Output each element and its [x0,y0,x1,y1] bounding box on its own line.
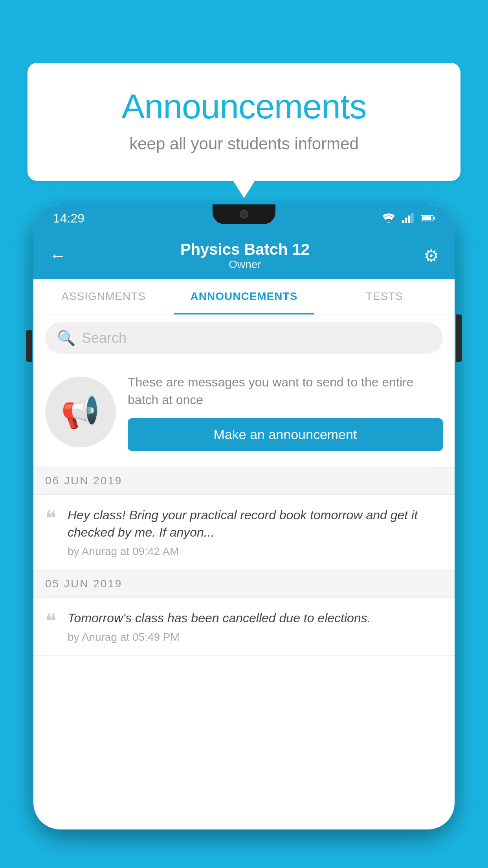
settings-icon[interactable]: ⚙ [424,246,439,266]
speech-bubble-section: Announcements keep all your students inf… [28,63,460,181]
date-separator-2: 05 JUN 2019 [33,570,455,598]
battery-icon [421,213,435,223]
tabs-bar: ASSIGNMENTS ANNOUNCEMENTS TESTS [33,279,455,314]
date-label-1: 06 JUN 2019 [45,474,122,487]
make-announcement-button[interactable]: Make an announcement [128,418,443,451]
speech-bubble-card: Announcements keep all your students inf… [28,63,460,181]
search-icon: 🔍 [57,329,75,347]
status-time: 14:29 [53,211,84,226]
search-bar[interactable]: 🔍 Search [45,322,443,354]
megaphone-icon: 📢 [61,394,100,430]
svg-rect-6 [422,216,431,220]
announcement-item-1[interactable]: ❝ Hey class! Bring your practical record… [33,495,455,570]
svg-rect-1 [405,218,407,223]
promo-icon-circle: 📢 [45,377,116,447]
signal-icon [401,213,415,223]
user-role: Owner [180,258,310,271]
date-label-2: 05 JUN 2019 [45,577,122,590]
tab-assignments[interactable]: ASSIGNMENTS [33,280,174,314]
tab-tests[interactable]: TESTS [314,280,455,314]
announcement-meta-2: by Anurag at 05:49 PM [68,631,443,644]
svg-rect-0 [402,220,404,223]
promo-right: These are messages you want to send to t… [128,373,443,451]
svg-rect-2 [408,215,410,223]
phone-mockup: 14:29 [33,204,455,868]
svg-rect-3 [411,213,413,223]
promo-description: These are messages you want to send to t… [128,373,443,409]
phone-outer: 14:29 [33,204,455,829]
header-center: Physics Batch 12 Owner [180,241,310,271]
announcement-text-2: Tomorrow's class has been cancelled due … [68,609,443,627]
status-icons [382,213,435,223]
announcement-text-1: Hey class! Bring your practical record b… [68,506,443,542]
phone-screen: 14:29 [33,204,455,829]
app-header: ← Physics Batch 12 Owner ⚙ [33,232,455,279]
wifi-icon [382,213,396,223]
bubble-title: Announcements [59,86,429,127]
announcement-content-1: Hey class! Bring your practical record b… [68,506,443,558]
promo-section: 📢 These are messages you want to send to… [33,362,455,467]
phone-notch [213,204,275,224]
back-button[interactable]: ← [49,246,66,265]
batch-name: Physics Batch 12 [180,241,310,258]
tab-announcements[interactable]: ANNOUNCEMENTS [174,280,314,314]
search-placeholder: Search [82,330,127,346]
quote-icon-2: ❝ [45,611,57,632]
bubble-subtitle: keep all your students informed [59,134,429,153]
announcement-content-2: Tomorrow's class has been cancelled due … [68,609,443,644]
date-separator-1: 06 JUN 2019 [33,467,455,495]
front-camera [240,210,248,219]
svg-rect-5 [433,217,435,219]
announcement-item-2[interactable]: ❝ Tomorrow's class has been cancelled du… [33,598,455,656]
announcement-meta-1: by Anurag at 09:42 AM [68,545,443,558]
quote-icon-1: ❝ [45,508,57,529]
search-section: 🔍 Search [33,314,455,362]
